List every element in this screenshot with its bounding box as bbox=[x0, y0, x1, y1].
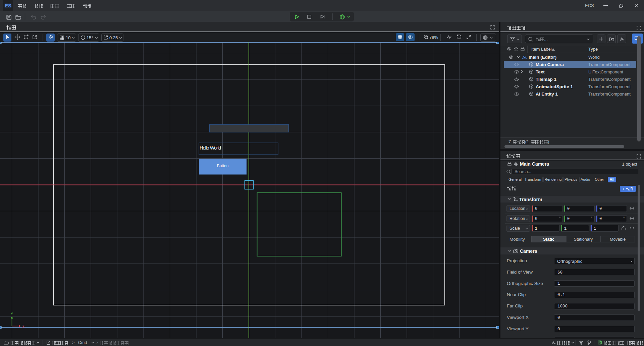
svg-text:Hello World: Hello World bbox=[200, 145, 221, 151]
svg-text:Y: Y bbox=[11, 312, 13, 316]
svg-text:Button: Button bbox=[217, 164, 229, 168]
svg-text:X: X bbox=[22, 324, 25, 328]
